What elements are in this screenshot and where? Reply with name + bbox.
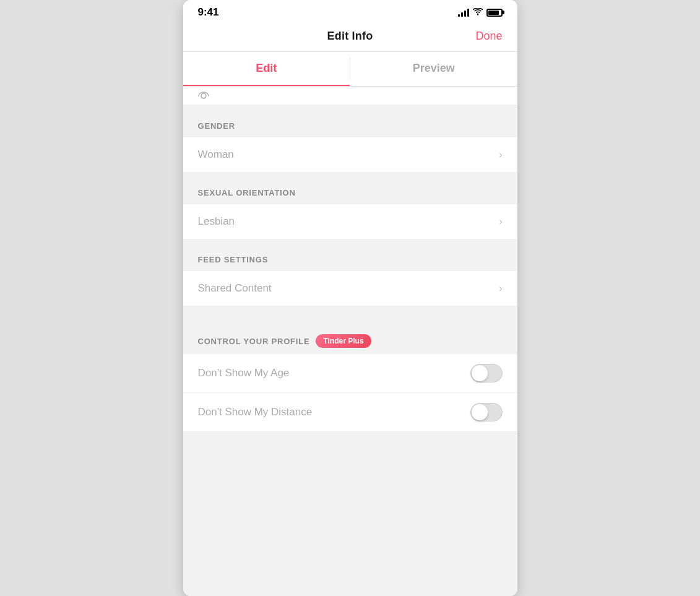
svg-point-1 — [201, 93, 206, 98]
dont-show-age-item[interactable]: Don't Show My Age — [183, 354, 517, 393]
dont-show-age-toggle-thumb — [472, 365, 488, 381]
gender-section-header: GENDER — [183, 110, 517, 137]
phone-frame: 9:41 Edit Info — [183, 0, 517, 596]
done-button[interactable]: Done — [475, 30, 502, 43]
orientation-section-header: SEXUAL ORIENTATION — [183, 177, 517, 204]
tab-preview[interactable]: Preview — [350, 52, 517, 86]
gender-item[interactable]: Woman › — [183, 137, 517, 172]
svg-point-0 — [477, 14, 478, 15]
content-area[interactable]: GENDER Woman › SEXUAL ORIENTATION Lesbia… — [183, 87, 517, 596]
feed-item[interactable]: Shared Content › — [183, 271, 517, 306]
feed-header-text: FEED SETTINGS — [198, 255, 269, 264]
gender-value: Woman — [198, 149, 234, 161]
nav-title: Edit Info — [327, 30, 373, 43]
gender-section-body: Woman › — [183, 137, 517, 172]
section-gap-1 — [183, 172, 517, 177]
feed-value: Shared Content — [198, 282, 272, 295]
gender-chevron-icon: › — [499, 149, 502, 160]
dont-show-distance-label: Don't Show My Distance — [198, 406, 313, 418]
status-bar: 9:41 — [183, 0, 517, 22]
dont-show-distance-toggle[interactable] — [470, 403, 503, 421]
control-profile-section-body: Don't Show My Age Don't Show My Distance — [183, 354, 517, 432]
section-gap-2 — [183, 239, 517, 244]
signal-icon — [458, 8, 469, 17]
wifi-icon — [473, 7, 483, 17]
control-profile-header: CONTROL YOUR PROFILE Tinder Plus — [183, 324, 517, 354]
section-gap-top — [183, 105, 517, 110]
battery-icon — [486, 9, 503, 17]
orientation-section-body: Lesbian › — [183, 204, 517, 239]
status-icons — [458, 7, 503, 17]
orientation-value: Lesbian — [198, 215, 235, 228]
status-time: 9:41 — [198, 6, 219, 19]
partial-icon — [198, 92, 209, 100]
section-gap-3 — [183, 306, 517, 324]
control-profile-header-text: CONTROL YOUR PROFILE — [198, 337, 310, 346]
orientation-item[interactable]: Lesbian › — [183, 204, 517, 239]
tinder-plus-badge[interactable]: Tinder Plus — [316, 334, 371, 348]
dont-show-age-toggle[interactable] — [470, 364, 503, 382]
dont-show-distance-item[interactable]: Don't Show My Distance — [183, 393, 517, 432]
feed-section-header: FEED SETTINGS — [183, 244, 517, 271]
tab-edit[interactable]: Edit — [183, 52, 350, 86]
feed-chevron-icon: › — [499, 283, 502, 294]
bottom-gap — [183, 432, 517, 457]
dont-show-distance-toggle-thumb — [472, 404, 488, 420]
gender-header-text: GENDER — [198, 121, 235, 131]
tab-bar: Edit Preview — [183, 52, 517, 87]
orientation-chevron-icon: › — [499, 216, 502, 227]
feed-section-body: Shared Content › — [183, 271, 517, 306]
partial-item — [183, 87, 517, 105]
nav-bar: Edit Info Done — [183, 22, 517, 52]
orientation-header-text: SEXUAL ORIENTATION — [198, 188, 296, 197]
dont-show-age-label: Don't Show My Age — [198, 367, 290, 379]
